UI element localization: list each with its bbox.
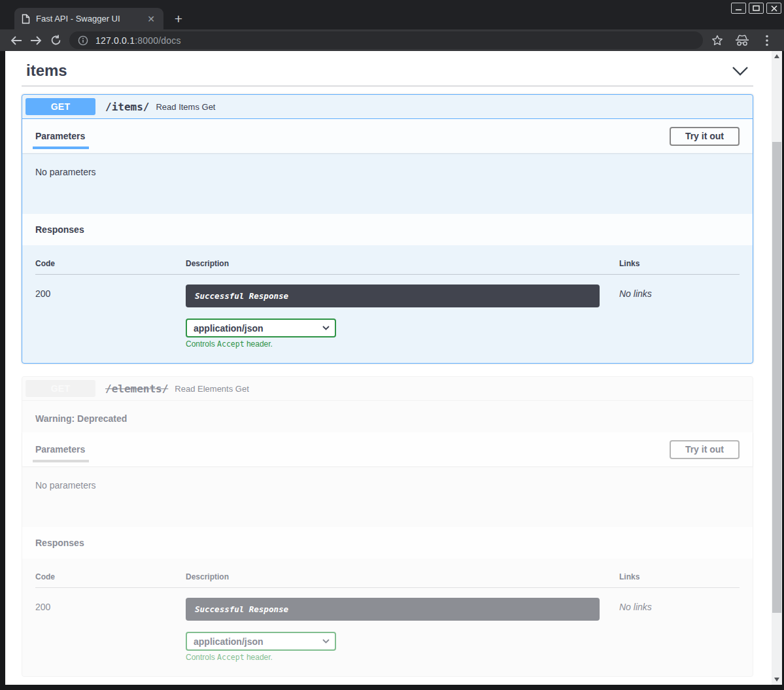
collapse-tag-icon[interactable] <box>732 66 749 76</box>
site-info-icon[interactable] <box>78 35 88 46</box>
maximize-button[interactable] <box>749 3 764 14</box>
op-summary-text: Read Elements Get <box>175 384 248 394</box>
browser-tab[interactable]: Fast API - Swagger UI ✕ <box>14 8 163 29</box>
op-summary-text: Read Items Get <box>156 102 215 112</box>
no-parameters-text: No parameters <box>35 167 96 177</box>
close-button[interactable] <box>766 3 781 14</box>
method-badge: GET <box>26 380 95 397</box>
tag-divider <box>22 86 753 86</box>
media-type-select[interactable]: application/json <box>186 319 336 337</box>
opblock-summary[interactable]: GET /items/ Read Items Get <box>22 95 753 119</box>
deprecation-warning: Warning: Deprecated <box>22 401 753 432</box>
active-tab-underline <box>33 460 89 462</box>
response-description-box: Successful Response <box>186 285 600 307</box>
try-it-out-button[interactable]: Try it out <box>670 440 740 459</box>
response-code: 200 <box>35 598 186 612</box>
tab-title: Fast API - Swagger UI <box>36 14 139 24</box>
url-host: 127.0.0.1 <box>95 35 135 46</box>
media-type-select[interactable]: application/json <box>186 632 336 651</box>
links-column-header: Links <box>619 259 740 275</box>
browser-toolbar: 127.0.0.1:8000/docs <box>0 29 784 51</box>
browser-menu-icon[interactable] <box>758 31 776 50</box>
tab-close-icon[interactable]: ✕ <box>145 13 157 25</box>
opblock-get-items: GET /items/ Read Items Get Parameters Tr… <box>22 94 753 364</box>
method-badge: GET <box>26 98 95 115</box>
tag-title: items <box>26 61 67 80</box>
responses-body: Code Description Links 200 Successful Re… <box>22 245 753 363</box>
page-favicon-icon <box>21 14 30 24</box>
links-column-header: Links <box>619 572 740 588</box>
scroll-down-arrow-icon[interactable] <box>772 674 782 685</box>
parameters-header: Parameters Try it out <box>22 432 753 466</box>
bookmark-star-icon[interactable] <box>708 31 726 50</box>
response-code: 200 <box>35 285 186 299</box>
parameters-title: Parameters <box>35 444 85 455</box>
accept-header-hint: Controls Accept header. <box>186 653 619 662</box>
description-column-header: Description <box>186 572 619 588</box>
opblock-summary[interactable]: GET /elements/ Read Elements Get <box>22 377 753 401</box>
page-content: items GET /items/ Read Items Get Paramet… <box>5 51 772 685</box>
responses-header: Responses <box>22 214 753 245</box>
responses-title: Responses <box>35 224 84 235</box>
responses-header: Responses <box>22 527 753 559</box>
scrollbar-thumb[interactable] <box>772 142 781 613</box>
parameters-body: No parameters <box>22 153 753 214</box>
try-it-out-button[interactable]: Try it out <box>670 127 740 146</box>
scroll-up-arrow-icon[interactable] <box>772 51 782 61</box>
op-path: /elements/ <box>105 383 168 395</box>
parameters-header: Parameters Try it out <box>22 119 753 153</box>
new-tab-button[interactable]: + <box>170 10 187 27</box>
response-row-200: 200 Successful Response application/json… <box>35 275 740 349</box>
minimize-button[interactable] <box>731 3 746 14</box>
forward-button[interactable] <box>26 31 46 50</box>
response-links: No links <box>619 598 740 612</box>
back-button[interactable] <box>7 31 26 50</box>
url-text[interactable]: 127.0.0.1:8000/docs <box>95 35 181 46</box>
description-column-header: Description <box>186 259 619 275</box>
code-column-header: Code <box>35 572 186 588</box>
response-links: No links <box>619 285 740 299</box>
url-path: :8000/docs <box>135 35 181 46</box>
address-bar[interactable]: 127.0.0.1:8000/docs <box>69 31 703 49</box>
responses-body: Code Description Links 200 Successful Re… <box>22 559 753 676</box>
code-column-header: Code <box>35 259 186 275</box>
reload-button[interactable] <box>46 31 65 50</box>
opblock-get-elements-deprecated: GET /elements/ Read Elements Get Warning… <box>22 376 753 677</box>
response-description-box: Successful Response <box>186 598 600 621</box>
parameters-body: No parameters <box>22 466 753 527</box>
op-path: /items/ <box>105 101 149 113</box>
page-scrollbar[interactable] <box>772 51 782 685</box>
accept-header-hint: Controls Accept header. <box>186 339 619 349</box>
responses-title: Responses <box>35 538 84 548</box>
tab-strip: Fast API - Swagger UI ✕ + <box>0 0 784 29</box>
parameters-title: Parameters <box>35 131 85 141</box>
response-row-200: 200 Successful Response application/json… <box>35 588 740 662</box>
incognito-icon <box>733 31 751 50</box>
no-parameters-text: No parameters <box>35 480 96 491</box>
active-tab-underline <box>33 147 89 149</box>
